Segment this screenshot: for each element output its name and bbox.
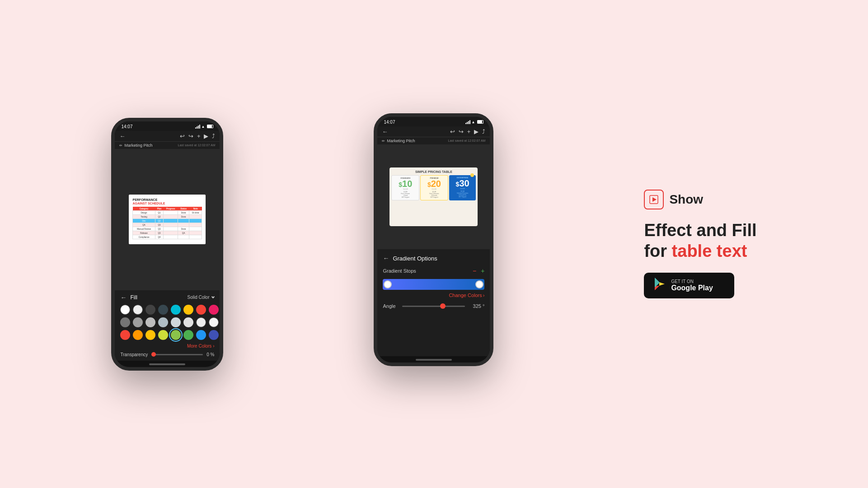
transparency-label: Transparency	[120, 352, 148, 357]
transparency-thumb	[151, 352, 156, 357]
doc-title-1: Marketing Pitch	[119, 143, 152, 148]
google-play-badge[interactable]: GET IT ON Google Play	[644, 273, 734, 298]
color-swatch[interactable]	[183, 305, 193, 315]
angle-value: 325 °	[469, 303, 484, 309]
back-button-2[interactable]: ←	[382, 128, 388, 135]
status-bar-1: 14:07 ▲	[115, 121, 220, 131]
slide-subtitle-1: AGAINST SCHEDULE	[132, 202, 202, 205]
gradient-title: Gradient Options	[393, 255, 437, 262]
color-swatch[interactable]	[171, 305, 181, 315]
more-colors-btn[interactable]: More Colors ›	[120, 344, 214, 349]
toolbar-1: ←	[115, 131, 220, 142]
status-icons-2: ▲	[465, 120, 484, 124]
wifi-icon-1: ▲	[202, 125, 205, 129]
color-swatch-selected[interactable]	[171, 330, 181, 340]
color-swatch[interactable]	[120, 330, 130, 340]
battery-icon-1	[207, 125, 213, 128]
color-swatch[interactable]	[171, 317, 181, 327]
color-swatch[interactable]	[133, 330, 143, 340]
right-content: Show Effect and Fill for table text	[644, 190, 756, 298]
color-swatch[interactable]	[158, 330, 168, 340]
angle-row: Angle 325 °	[383, 303, 484, 309]
angle-label: Angle	[383, 303, 399, 309]
angle-thumb	[440, 303, 446, 309]
doc-saved-1: Last saved at 12:02:07 AM	[178, 144, 216, 147]
color-swatch[interactable]	[183, 317, 193, 327]
pencil-icon-2	[382, 139, 385, 143]
pricing-card-enterprise: ENTERPRISE $30 /month 30 GBUnlimited Dom…	[449, 175, 476, 200]
pencil-icon-1	[119, 143, 122, 148]
google-play-main: Google Play	[671, 284, 713, 292]
gradient-minus-btn[interactable]: −	[473, 267, 476, 274]
add-icon-1[interactable]	[197, 133, 201, 139]
color-swatch[interactable]	[183, 330, 193, 340]
fill-type[interactable]: Solid Color	[188, 295, 215, 300]
undo-icon-2[interactable]	[450, 128, 455, 135]
doc-info-2: Marketing Pitch Last saved at 12:02:07 A…	[377, 137, 490, 144]
color-row-2	[120, 317, 214, 327]
gradient-handle-right[interactable]	[475, 280, 483, 288]
gradient-header: ← Gradient Options	[383, 255, 484, 262]
angle-slider[interactable]	[402, 306, 465, 307]
undo-icon-1[interactable]	[180, 133, 185, 139]
pricing-card-premium: PREMIUM $20 /month 20 GBHost 2 Domains10…	[420, 175, 448, 200]
time-1: 14:07	[121, 124, 132, 129]
share-icon-2[interactable]	[482, 128, 485, 135]
color-swatch[interactable]	[209, 317, 219, 327]
fill-back-btn[interactable]: ←	[120, 294, 127, 301]
pricing-card-standard: STANDARD $10 /month 10 GBHost 1 Domain1 …	[391, 175, 419, 200]
show-icon-box	[644, 190, 664, 209]
add-icon-2[interactable]	[467, 128, 471, 135]
slide-thumb-1: PERFORMANCE AGAINST SCHEDULE CategoryPla…	[129, 195, 206, 244]
change-colors-btn[interactable]: Change Colors ›	[449, 293, 484, 298]
redo-icon-2[interactable]	[459, 128, 464, 135]
gradient-plus-btn[interactable]: +	[481, 267, 484, 274]
gradient-bar-container	[383, 279, 484, 290]
play-icon-1[interactable]	[204, 133, 208, 139]
play-triangle-icon	[649, 195, 658, 204]
gradient-handle-left[interactable]	[384, 280, 392, 288]
color-swatch[interactable]	[196, 330, 206, 340]
enterprise-price: $30	[450, 179, 475, 188]
transparency-slider[interactable]	[151, 354, 203, 355]
signal-icon-1	[195, 125, 200, 129]
slide-area-1: PERFORMANCE AGAINST SCHEDULE CategoryPla…	[115, 149, 220, 290]
color-swatch[interactable]	[120, 317, 130, 327]
color-swatch[interactable]	[133, 317, 143, 327]
color-swatch[interactable]	[196, 305, 206, 315]
google-play-sub: GET IT ON	[671, 279, 713, 284]
play-icon-2[interactable]	[474, 128, 479, 135]
color-swatch[interactable]	[145, 317, 155, 327]
color-swatch[interactable]	[120, 305, 130, 315]
standard-features: 10 GBHost 1 Domain1 Email24/7 Support	[393, 191, 418, 199]
gradient-stops-controls: − +	[473, 267, 484, 274]
toolbar-2: ←	[377, 126, 490, 137]
share-icon-1[interactable]	[212, 133, 215, 139]
color-swatch[interactable]	[158, 317, 168, 327]
premium-features: 20 GBHost 2 Domains10 Emails24/7 Support	[422, 191, 446, 199]
transparency-value: 0 %	[206, 352, 214, 357]
gradient-back-btn[interactable]: ←	[383, 255, 389, 262]
doc-info-1: Marketing Pitch Last saved at 12:02:07 A…	[115, 142, 220, 149]
color-swatch[interactable]	[158, 305, 168, 315]
color-swatch[interactable]	[196, 317, 206, 327]
signal-icon-2	[465, 120, 470, 124]
toolbar-icons-1	[180, 133, 216, 139]
gradient-bar[interactable]	[383, 279, 484, 290]
color-swatch[interactable]	[145, 305, 155, 315]
color-swatch[interactable]	[145, 330, 155, 340]
slide-title-1: PERFORMANCE	[132, 198, 202, 202]
home-indicator-2	[416, 359, 452, 361]
phone-2-screen: 14:07 ▲ ←	[377, 117, 490, 363]
show-badge: Show	[644, 190, 703, 209]
color-swatch[interactable]	[209, 330, 219, 340]
redo-icon-1[interactable]	[188, 133, 193, 139]
fill-label: Fill	[130, 294, 137, 301]
color-swatch[interactable]	[133, 305, 143, 315]
premium-price: $20	[422, 179, 446, 188]
color-swatch[interactable]	[209, 305, 219, 315]
fill-header: ← Fill Solid Color	[120, 294, 214, 301]
pricing-slide: SIMPLE PRICING TABLE STANDARD $10 /month…	[389, 167, 478, 226]
back-button-1[interactable]: ←	[119, 133, 125, 139]
color-row-3	[120, 330, 214, 340]
